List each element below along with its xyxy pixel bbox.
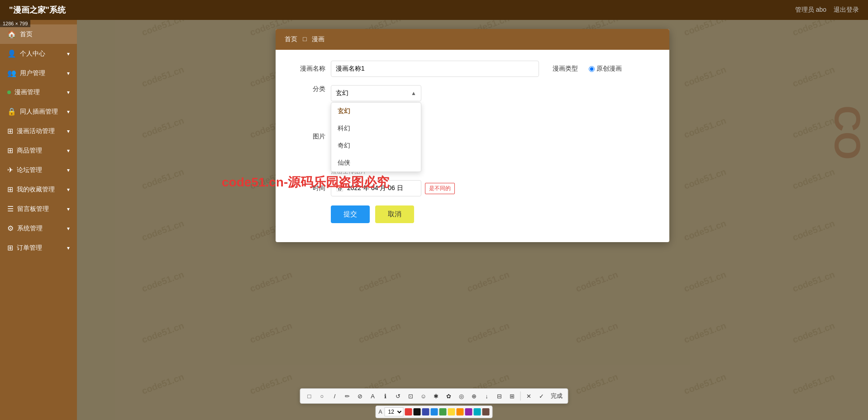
- date-value: 2022 年 04 月 06 日: [347, 184, 403, 192]
- anno-remove-tool[interactable]: ⊟: [494, 391, 505, 401]
- color-toolbar: A 12 14 16 18 24: [375, 406, 492, 418]
- breadcrumb: 首页 □ 漫画: [285, 35, 324, 43]
- color-swatch-blue[interactable]: [431, 408, 438, 415]
- anno-rectangle-tool[interactable]: □: [304, 391, 315, 401]
- anno-flower-tool[interactable]: ✿: [444, 391, 454, 401]
- admin-label: 管理员 abo: [795, 6, 826, 14]
- sidebar-item-user-mgmt[interactable]: 👥 用户管理 ▾: [0, 63, 77, 83]
- status-dot: [7, 91, 11, 94]
- sidebar-item-home[interactable]: 🏠 首页: [0, 24, 77, 44]
- sidebar-item-comic-mgmt[interactable]: 漫画管理 ▾: [0, 83, 77, 102]
- users-icon: 👥: [7, 69, 16, 77]
- sidebar-item-label: 首页: [20, 30, 33, 38]
- breadcrumb-current: 漫画: [312, 35, 324, 43]
- logout-button[interactable]: 退出登录: [834, 6, 859, 14]
- submit-button[interactable]: 提交: [331, 205, 370, 223]
- image-label: 图片: [289, 133, 325, 141]
- sidebar-item-label: 系统管理: [17, 224, 43, 233]
- sidebar-item-order-mgmt[interactable]: ⊞ 订单管理 ▾: [0, 238, 77, 258]
- category-select[interactable]: 玄幻 ▲: [331, 85, 421, 101]
- color-swatch-green[interactable]: [439, 408, 447, 415]
- anno-target-tool[interactable]: ◎: [456, 391, 467, 401]
- grid2-icon: ⊞: [7, 146, 13, 155]
- form-row-buttons: 提交 取消: [331, 205, 656, 223]
- anno-pen-tool[interactable]: ✏: [342, 391, 353, 401]
- dropdown-item-kehuan[interactable]: 科幻: [331, 120, 421, 137]
- sidebar-item-activity-mgmt[interactable]: ⊞ 漫画活动管理 ▾: [0, 121, 77, 141]
- form-row-time: 时间 📅 2022 年 04 月 06 日 是不同的: [289, 180, 656, 196]
- sidebar-item-label: 同人插画管理: [20, 108, 58, 116]
- sidebar-item-label: 商品管理: [17, 147, 42, 155]
- chevron-down-icon: ▾: [67, 148, 70, 154]
- topbar-right: 管理员 abo 退出登录: [795, 6, 859, 14]
- anno-circle-tool[interactable]: ○: [317, 391, 328, 401]
- color-swatch-red[interactable]: [405, 408, 412, 415]
- sidebar-item-doujin-mgmt[interactable]: 🔒 同人插画管理 ▾: [0, 102, 77, 121]
- category-selected-value: 玄幻: [336, 89, 348, 97]
- sidebar-item-label: 漫画管理: [14, 88, 40, 96]
- radio-original-label: 原创漫画: [596, 65, 622, 73]
- sidebar-item-system-mgmt[interactable]: ⚙ 系统管理 ▾: [0, 219, 77, 238]
- sidebar-item-personal[interactable]: 👤 个人中心 ▾: [0, 44, 77, 63]
- anno-check-tool[interactable]: ✓: [536, 391, 547, 401]
- chevron-down-icon: ▾: [67, 109, 70, 115]
- favorites-icon: ⊞: [7, 185, 13, 194]
- time-label: 时间: [289, 184, 325, 192]
- radio-original[interactable]: [589, 66, 595, 72]
- anno-download-tool[interactable]: ↓: [482, 391, 492, 401]
- type-radio-original[interactable]: 原创漫画: [589, 65, 622, 73]
- home-icon: 🏠: [7, 30, 16, 38]
- color-swatch-purple[interactable]: [465, 408, 472, 415]
- anno-complete-label[interactable]: 完成: [549, 392, 564, 400]
- calendar-icon: 📅: [336, 185, 343, 192]
- layout: 🏠 首页 👤 个人中心 ▾ 👥 用户管理 ▾ 漫画管理 ▾ 🔒 同人插画管理 ▾…: [0, 20, 868, 420]
- chevron-down-icon: ▾: [67, 167, 70, 173]
- color-swatch-cyan[interactable]: [474, 408, 481, 415]
- anno-crosshair-tool[interactable]: ⊕: [469, 391, 480, 401]
- anno-undo-tool[interactable]: ↺: [393, 391, 404, 401]
- color-swatch-orange[interactable]: [457, 408, 464, 415]
- cancel-button[interactable]: 取消: [375, 205, 414, 223]
- sidebar: 🏠 首页 👤 个人中心 ▾ 👥 用户管理 ▾ 漫画管理 ▾ 🔒 同人插画管理 ▾…: [0, 20, 77, 420]
- sidebar-item-forum-mgmt[interactable]: ✈ 论坛管理 ▾: [0, 160, 77, 180]
- personal-icon: 👤: [7, 49, 16, 58]
- hint-box: 是不同的: [425, 183, 455, 194]
- chevron-down-icon: ▾: [67, 70, 70, 76]
- anno-star-tool[interactable]: ✱: [431, 391, 442, 401]
- topbar: "漫画之家"系统 管理员 abo 退出登录: [0, 0, 868, 20]
- anno-add-tool[interactable]: ⊞: [507, 391, 518, 401]
- hint-text: 是不同的: [429, 185, 451, 191]
- modal-overlay: code51.cn-源码乐园盗图必究 首页 □ 漫画 漫画名称: [77, 20, 868, 420]
- modal-header: 首页 □ 漫画: [276, 29, 669, 50]
- dropdown-item-qihuan[interactable]: 奇幻: [331, 137, 421, 154]
- anno-line-tool[interactable]: /: [329, 391, 340, 401]
- chevron-down-icon: ▾: [67, 51, 70, 57]
- anno-info-tool[interactable]: ℹ: [380, 391, 391, 401]
- anno-text-tool[interactable]: A: [367, 391, 378, 401]
- type-group: 漫画类型 原创漫画: [553, 65, 622, 73]
- annotation-toolbar: □ ○ / ✏ ⊘ A ℹ ↺ ⊡ ☺ ✱ ✿ ◎ ⊕ ↓ ⊟ ⊞ ✕ ✓ 完成: [300, 388, 568, 404]
- sidebar-item-favorites-mgmt[interactable]: ⊞ 我的收藏管理 ▾: [0, 180, 77, 199]
- category-dropdown-menu: 玄幻 科幻 奇幻 仙侠: [331, 102, 421, 172]
- sidebar-item-guestbook-mgmt[interactable]: ☰ 留言板管理 ▾: [0, 199, 77, 219]
- sidebar-item-product-mgmt[interactable]: ⊞ 商品管理 ▾: [0, 141, 77, 160]
- modal-dialog: 首页 □ 漫画 漫画名称 漫画类型: [276, 29, 669, 242]
- color-swatch-brown[interactable]: [482, 408, 490, 415]
- dropdown-item-xuanhuan[interactable]: 玄幻: [331, 103, 421, 120]
- font-size-select[interactable]: 12 14 16 18 24: [385, 407, 404, 416]
- breadcrumb-home: 首页: [285, 35, 297, 43]
- color-swatch-yellow[interactable]: [448, 408, 455, 415]
- anno-emoji-tool[interactable]: ☺: [418, 391, 429, 401]
- date-field[interactable]: 📅 2022 年 04 月 06 日: [331, 180, 421, 196]
- color-swatch-black[interactable]: [414, 408, 421, 415]
- dropdown-item-xianxia[interactable]: 仙侠: [331, 154, 421, 172]
- anno-close-tool[interactable]: ✕: [524, 391, 534, 401]
- anno-crop-tool[interactable]: ⊡: [405, 391, 416, 401]
- anno-erase-tool[interactable]: ⊘: [355, 391, 366, 401]
- name-input[interactable]: [331, 61, 539, 77]
- guestbook-icon: ☰: [7, 205, 14, 213]
- forum-icon: ✈: [7, 166, 13, 174]
- app-title: "漫画之家"系统: [9, 5, 66, 15]
- color-swatch-indigo[interactable]: [422, 408, 429, 415]
- anno-separator: [520, 391, 521, 401]
